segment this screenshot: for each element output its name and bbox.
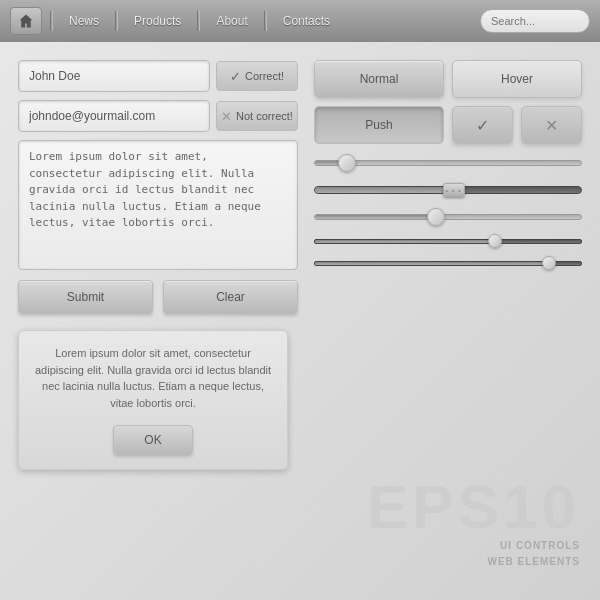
slider-2-fill bbox=[315, 187, 453, 193]
close-button[interactable]: ✕ bbox=[521, 106, 582, 144]
nav-link-about[interactable]: About bbox=[208, 14, 255, 28]
slider-3-thumb[interactable] bbox=[427, 208, 445, 226]
nav-separator-1 bbox=[50, 11, 53, 31]
nav-link-news[interactable]: News bbox=[61, 14, 107, 28]
normal-button[interactable]: Normal bbox=[314, 60, 444, 98]
email-row: ✕ Not correct! bbox=[18, 100, 298, 132]
correct-status: ✓ Correct! bbox=[216, 61, 298, 91]
dialog-ok-button[interactable]: OK bbox=[113, 425, 193, 455]
slider-4-fill bbox=[315, 240, 496, 243]
dialog-text: Lorem ipsum dolor sit amet, consectetur … bbox=[35, 345, 271, 411]
slider-5-thumb[interactable] bbox=[542, 256, 556, 270]
controls-section: Normal Hover Push ✓ ✕ bbox=[314, 60, 582, 470]
submit-button[interactable]: Submit bbox=[18, 280, 153, 314]
slider-2[interactable]: • • • bbox=[314, 180, 582, 200]
form-buttons: Submit Clear bbox=[18, 280, 298, 314]
home-button[interactable] bbox=[10, 7, 42, 35]
check-button-icon: ✓ bbox=[476, 116, 489, 135]
search-input[interactable] bbox=[480, 9, 590, 33]
check-icon: ✓ bbox=[230, 69, 241, 84]
push-button[interactable]: Push bbox=[314, 106, 444, 144]
slider-3-track bbox=[314, 214, 582, 220]
name-row: ✓ Correct! bbox=[18, 60, 298, 92]
slider-1-thumb[interactable] bbox=[338, 154, 356, 172]
slider-4-track bbox=[314, 239, 582, 244]
watermark-line1: UI CONTROLS bbox=[367, 538, 580, 554]
watermark-eps: EPS10 bbox=[367, 476, 580, 538]
name-input[interactable] bbox=[18, 60, 210, 92]
incorrect-label: Not correct! bbox=[236, 110, 293, 122]
thumb-dots-icon: • • • bbox=[446, 187, 462, 194]
form-section: ✓ Correct! ✕ Not correct! Lorem ipsum do… bbox=[18, 60, 298, 470]
close-button-icon: ✕ bbox=[545, 116, 558, 135]
email-input[interactable] bbox=[18, 100, 210, 132]
slider-2-thumb[interactable]: • • • bbox=[443, 183, 465, 197]
hover-button[interactable]: Hover bbox=[452, 60, 582, 98]
watermark-line2: WEB ELEMENTS bbox=[367, 554, 580, 570]
nav-separator-2 bbox=[115, 11, 118, 31]
slider-3-fill bbox=[315, 215, 435, 219]
home-icon bbox=[18, 13, 34, 29]
sliders-section: • • • bbox=[314, 154, 582, 270]
slider-5-fill bbox=[315, 262, 549, 265]
nav-separator-4 bbox=[264, 11, 267, 31]
slider-1[interactable] bbox=[314, 154, 582, 172]
form-textarea[interactable]: Lorem ipsum dolor sit amet, consectetur … bbox=[18, 140, 298, 270]
clear-button[interactable]: Clear bbox=[163, 280, 298, 314]
nav-link-contacts[interactable]: Contacts bbox=[275, 14, 338, 28]
slider-4-thumb[interactable] bbox=[488, 234, 502, 248]
nav-separator-3 bbox=[197, 11, 200, 31]
correct-label: Correct! bbox=[245, 70, 284, 82]
nav-link-products[interactable]: Products bbox=[126, 14, 189, 28]
slider-4[interactable] bbox=[314, 234, 582, 248]
check-button[interactable]: ✓ bbox=[452, 106, 513, 144]
navbar: News Products About Contacts bbox=[0, 0, 600, 42]
button-grid: Normal Hover Push ✓ ✕ bbox=[314, 60, 582, 144]
dialog-box: Lorem ipsum dolor sit amet, consectetur … bbox=[18, 330, 288, 470]
slider-3[interactable] bbox=[314, 208, 582, 226]
main-content: ✓ Correct! ✕ Not correct! Lorem ipsum do… bbox=[0, 42, 600, 470]
watermark: EPS10 UI CONTROLS WEB ELEMENTS bbox=[367, 476, 580, 570]
incorrect-status: ✕ Not correct! bbox=[216, 101, 298, 131]
x-icon: ✕ bbox=[221, 109, 232, 124]
slider-5[interactable] bbox=[314, 256, 582, 270]
